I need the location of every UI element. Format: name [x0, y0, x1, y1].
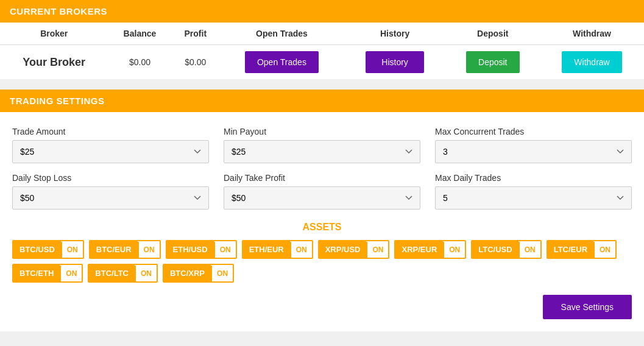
asset-toggle-LTC-USD[interactable]: LTC/USDON — [471, 240, 541, 259]
setting-label-4: Daily Take Profit — [224, 173, 420, 183]
balance-cell: $0.00 — [108, 45, 171, 80]
trading-settings-header: TRADING SETTINGS — [0, 90, 644, 112]
setting-select-1[interactable]: $5$10$25$50$100 — [224, 140, 420, 163]
asset-on-4: ON — [366, 242, 388, 258]
asset-toggle-XRP-EUR[interactable]: XRP/EURON — [394, 240, 466, 259]
open-trades-cell: Open Trades — [219, 45, 344, 80]
asset-on-1: ON — [138, 242, 160, 258]
setting-group-5: Max Daily Trades123510 — [435, 173, 632, 210]
asset-label-3: ETH/EUR — [243, 241, 290, 258]
asset-on-0: ON — [61, 242, 83, 258]
asset-toggle-BTC-XRP[interactable]: BTC/XRPON — [163, 264, 234, 283]
col-open-trades: Open Trades — [219, 23, 344, 45]
asset-on-7: ON — [593, 242, 615, 258]
current-brokers-header: CURRENT BROKERS — [0, 0, 644, 23]
assets-section: ASSETS BTC/USDONBTC/EURONETH/USDONETH/EU… — [12, 222, 632, 283]
setting-label-1: Min Payout — [224, 127, 420, 136]
trading-settings-section: TRADING SETTINGS Trade Amount$5$10$25$50… — [0, 90, 644, 331]
broker-table: Broker Balance Profit Open Trades Histor… — [0, 23, 644, 80]
asset-on-3: ON — [290, 242, 312, 258]
table-row: Your Broker $0.00 $0.00 Open Trades Hist… — [0, 45, 644, 80]
setting-select-4[interactable]: $25$50$100$200 — [224, 186, 420, 210]
asset-on-10: ON — [211, 266, 233, 281]
asset-label-1: BTC/EUR — [90, 241, 138, 258]
asset-on-6: ON — [518, 242, 540, 258]
setting-select-2[interactable]: 12345 — [435, 140, 632, 163]
asset-label-0: BTC/USD — [13, 241, 61, 258]
setting-group-3: Daily Stop Loss$25$50$100$200 — [12, 173, 209, 210]
setting-group-4: Daily Take Profit$25$50$100$200 — [224, 173, 420, 210]
broker-name: Your Broker — [23, 56, 85, 68]
col-withdraw: Withdraw — [540, 23, 644, 45]
open-trades-button[interactable]: Open Trades — [245, 51, 319, 73]
asset-toggle-ETH-EUR[interactable]: ETH/EURON — [242, 240, 313, 259]
history-cell: History — [344, 45, 446, 80]
withdraw-cell: Withdraw — [540, 45, 644, 80]
asset-on-9: ON — [135, 266, 157, 281]
setting-group-1: Min Payout$5$10$25$50$100 — [224, 127, 420, 163]
save-btn-row: Save Settings — [12, 290, 632, 322]
col-deposit: Deposit — [445, 23, 540, 45]
asset-label-10: BTC/XRP — [164, 265, 211, 281]
withdraw-button[interactable]: Withdraw — [562, 51, 621, 73]
assets-grid: BTC/USDONBTC/EURONETH/USDONETH/EURONXRP/… — [12, 240, 632, 283]
asset-on-2: ON — [214, 242, 236, 258]
asset-toggle-BTC-EUR[interactable]: BTC/EURON — [89, 240, 161, 259]
setting-label-0: Trade Amount — [12, 127, 209, 136]
settings-grid: Trade Amount$5$10$25$50$100Min Payout$5$… — [12, 127, 632, 210]
col-profit: Profit — [172, 23, 220, 45]
asset-label-7: LTC/EUR — [548, 241, 593, 258]
setting-group-0: Trade Amount$5$10$25$50$100 — [12, 127, 209, 163]
asset-toggle-BTC-ETH[interactable]: BTC/ETHON — [12, 264, 83, 283]
asset-toggle-BTC-USD[interactable]: BTC/USDON — [12, 240, 84, 259]
asset-on-5: ON — [443, 242, 465, 258]
setting-select-0[interactable]: $5$10$25$50$100 — [12, 140, 209, 163]
asset-label-4: XRP/USD — [319, 241, 367, 258]
current-brokers-section: CURRENT BROKERS Broker Balance Profit Op… — [0, 0, 644, 80]
history-button[interactable]: History — [366, 51, 424, 73]
asset-label-8: BTC/ETH — [13, 265, 60, 281]
col-broker: Broker — [0, 23, 108, 45]
col-history: History — [344, 23, 446, 45]
asset-toggle-BTC-LTC[interactable]: BTC/LTCON — [88, 264, 158, 283]
asset-label-6: LTC/USD — [472, 241, 518, 258]
assets-title: ASSETS — [12, 222, 632, 233]
asset-toggle-LTC-EUR[interactable]: LTC/EURON — [547, 240, 617, 259]
broker-name-cell: Your Broker — [0, 45, 108, 80]
col-balance: Balance — [108, 23, 171, 45]
profit-cell: $0.00 — [172, 45, 220, 80]
save-settings-button[interactable]: Save Settings — [543, 295, 632, 319]
setting-label-3: Daily Stop Loss — [12, 173, 209, 183]
setting-select-3[interactable]: $25$50$100$200 — [12, 186, 209, 210]
setting-select-5[interactable]: 123510 — [435, 186, 632, 210]
asset-label-5: XRP/EUR — [395, 241, 443, 258]
setting-group-2: Max Concurrent Trades12345 — [435, 127, 632, 163]
deposit-cell: Deposit — [445, 45, 540, 80]
asset-toggle-ETH-USD[interactable]: ETH/USDON — [166, 240, 237, 259]
setting-label-5: Max Daily Trades — [435, 173, 632, 183]
asset-on-8: ON — [60, 266, 82, 281]
asset-label-2: ETH/USD — [167, 241, 214, 258]
deposit-button[interactable]: Deposit — [466, 51, 519, 73]
setting-label-2: Max Concurrent Trades — [435, 127, 632, 136]
asset-label-9: BTC/LTC — [89, 265, 135, 281]
asset-toggle-XRP-USD[interactable]: XRP/USDON — [318, 240, 390, 259]
